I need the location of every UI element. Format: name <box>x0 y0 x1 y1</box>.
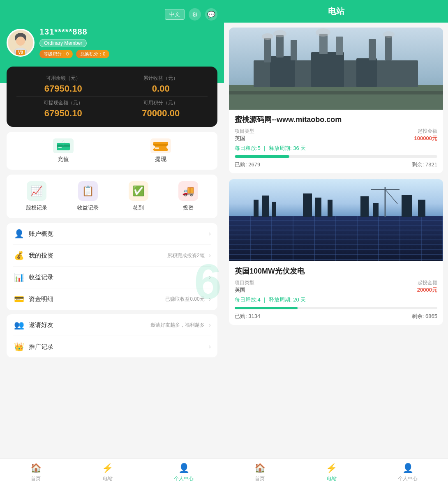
project-1-progress-fill <box>235 155 289 158</box>
right-profile-icon: 👤 <box>402 463 413 474</box>
project-1-investment-label: 起投金额 <box>414 128 437 135</box>
fund-detail-item[interactable]: 💳 资金明细 已赚取收益0.00元 › <box>13 288 211 310</box>
project-2-meta-row: 项目类型 英国 起投金额 20000元 <box>235 279 437 294</box>
project-2-purchased-row: 已购: 3134 剩余: 6865 <box>235 313 437 320</box>
svg-rect-7 <box>58 147 62 148</box>
right-header: 电站 <box>224 0 448 23</box>
svg-rect-19 <box>311 52 344 87</box>
recharge-button[interactable]: 充值 <box>53 138 74 163</box>
profile-icon: 👤 <box>178 463 189 474</box>
project-2-investment-block: 起投金额 20000元 <box>417 279 437 294</box>
left-bottom-nav: 🏠 首页 ⚡ 电站 👤 个人中心 <box>0 458 224 488</box>
language-button[interactable]: 中文 <box>165 9 185 20</box>
withdraw-icon <box>150 138 171 153</box>
withdraw-label: 提现 <box>155 156 166 163</box>
right-nav-profile[interactable]: 👤 个人中心 <box>398 463 418 482</box>
withdrawable-label: 可提现金额（元） <box>16 99 110 106</box>
invite-sub: 邀请好友越多，福利越多 <box>150 322 205 329</box>
svg-rect-27 <box>385 36 392 60</box>
right-nav-station[interactable]: ⚡ 电站 <box>326 463 337 482</box>
cumulative-label: 累计收益（元） <box>114 75 208 82</box>
promo-icon: 👑 <box>13 342 25 352</box>
my-investment-item[interactable]: 💰 我的投资 累积完成投资2笔 › <box>13 245 211 267</box>
station-icon: ⚡ <box>102 463 113 474</box>
withdraw-button[interactable]: 提现 <box>150 138 171 163</box>
invest-label: 投资 <box>183 204 194 212</box>
project-1-investment-value: 100000元 <box>414 135 437 142</box>
svg-rect-57 <box>262 196 269 217</box>
svg-rect-11 <box>153 144 168 146</box>
settings-icon[interactable]: ⚙ <box>189 8 201 21</box>
svg-rect-12 <box>155 147 159 149</box>
power-plant-svg <box>229 28 443 110</box>
cumulative-value: 0.00 <box>114 83 208 94</box>
project-1-progress-bg <box>235 155 437 158</box>
usable-points: 可用积分（元） 70000.00 <box>114 99 208 119</box>
svg-rect-56 <box>254 200 259 217</box>
available-value: 67950.10 <box>16 83 110 94</box>
level-points: 等级积分：0 <box>39 50 73 58</box>
project-2-release: 每日释放:4 ｜ 释放周期: 20 天 <box>235 296 437 304</box>
svg-rect-59 <box>303 193 312 217</box>
project-2-type-value: 英国 <box>235 286 254 294</box>
project-2-investment-value: 20000元 <box>417 286 437 294</box>
svg-rect-16 <box>229 85 443 110</box>
equity-records-button[interactable]: 📈 股权记录 <box>26 181 47 212</box>
earnings-record-icon: 📊 <box>13 272 25 282</box>
earnings-icon: 📋 <box>78 181 98 201</box>
fund-icon: 💳 <box>13 294 25 304</box>
project-1-release: 每日释放:5 ｜ 释放周期: 36 天 <box>235 145 437 152</box>
svg-rect-23 <box>291 40 297 60</box>
exchange-points: 兑换积分：0 <box>76 50 109 58</box>
earnings-record-item[interactable]: 📊 收益记录 › <box>13 267 211 288</box>
svg-rect-34 <box>229 216 443 261</box>
invite-friends-item[interactable]: 👥 邀请好友 邀请好友越多，福利越多 › <box>13 314 211 336</box>
quick-menu: 📈 股权记录 📋 收益记录 ✅ 签到 🚚 投资 <box>7 175 217 218</box>
account-icon: 👤 <box>13 229 25 239</box>
left-panel: 中文 ⚙ 💬 V0 <box>0 0 224 488</box>
balance-grid-2: 可提现金额（元） 67950.10 可用积分（元） 70000.00 <box>16 99 208 119</box>
checkin-button[interactable]: ✅ 签到 <box>129 181 148 212</box>
svg-rect-58 <box>272 202 276 217</box>
promo-record-item[interactable]: 👑 推广记录 › <box>13 336 211 357</box>
equity-icon: 📈 <box>27 181 46 201</box>
solar-farm-image <box>229 179 443 261</box>
project-2-progress-bg <box>235 307 437 309</box>
checkin-label: 签到 <box>133 204 144 212</box>
power-plant-image <box>229 28 443 110</box>
user-info: 131*****888 Ordinary Member 等级积分：0 兑换积分：… <box>39 27 109 58</box>
earnings-records-button[interactable]: 📋 收益记录 <box>77 181 99 212</box>
project-2-investment-label: 起投金额 <box>417 279 437 286</box>
usable-points-label: 可用积分（元） <box>114 99 208 106</box>
message-icon[interactable]: 💬 <box>205 8 217 21</box>
account-overview-item[interactable]: 👤 账户概览 › <box>13 223 211 245</box>
invite-section: 👥 邀请好友 邀请好友越多，福利越多 › 👑 推广记录 › <box>7 314 217 357</box>
svg-point-30 <box>316 28 330 37</box>
project-card-1[interactable]: 蜜桃源码网--www.mitaobo.com 项目类型 英国 起投金额 1000… <box>229 28 443 173</box>
nav-home[interactable]: 🏠 首页 <box>30 463 42 482</box>
project-2-remaining: 剩余: 6865 <box>412 313 437 320</box>
right-nav-station-label: 电站 <box>327 475 337 482</box>
svg-marker-9 <box>62 140 65 143</box>
project-1-cycle-label: 释放周期: <box>269 145 292 151</box>
nav-station[interactable]: ⚡ 电站 <box>102 463 113 482</box>
right-nav-home[interactable]: 🏠 首页 <box>254 463 266 482</box>
svg-rect-63 <box>373 203 379 217</box>
right-content: 蜜桃源码网--www.mitaobo.com 项目类型 英国 起投金额 1000… <box>224 23 448 458</box>
svg-rect-32 <box>229 91 443 94</box>
nav-profile[interactable]: 👤 个人中心 <box>174 463 194 482</box>
solar-svg <box>229 179 443 261</box>
project-1-cycle-value: 36 天 <box>293 145 306 151</box>
project-1-meta-row: 项目类型 英国 起投金额 100000元 <box>235 128 437 142</box>
invite-arrow-icon: › <box>209 321 211 329</box>
right-header-title: 电站 <box>224 6 448 17</box>
balance-card: 可用余额（元） 67950.10 累计收益（元） 0.00 可提现金额（元） 6… <box>7 67 217 127</box>
project-card-2[interactable]: 英国100MW光伏发电 项目类型 英国 起投金额 20000元 每日释放:4 ｜… <box>229 179 443 325</box>
checkin-icon: ✅ <box>129 181 148 201</box>
invite-friends-text: 邀请好友 <box>29 321 146 329</box>
project-2-name: 英国100MW光伏发电 <box>235 266 437 276</box>
project-1-type-block: 项目类型 英国 <box>235 128 254 142</box>
invest-button[interactable]: 🚚 投资 <box>178 181 198 212</box>
vip-badge: V0 <box>16 50 25 55</box>
right-station-icon: ⚡ <box>326 463 337 474</box>
